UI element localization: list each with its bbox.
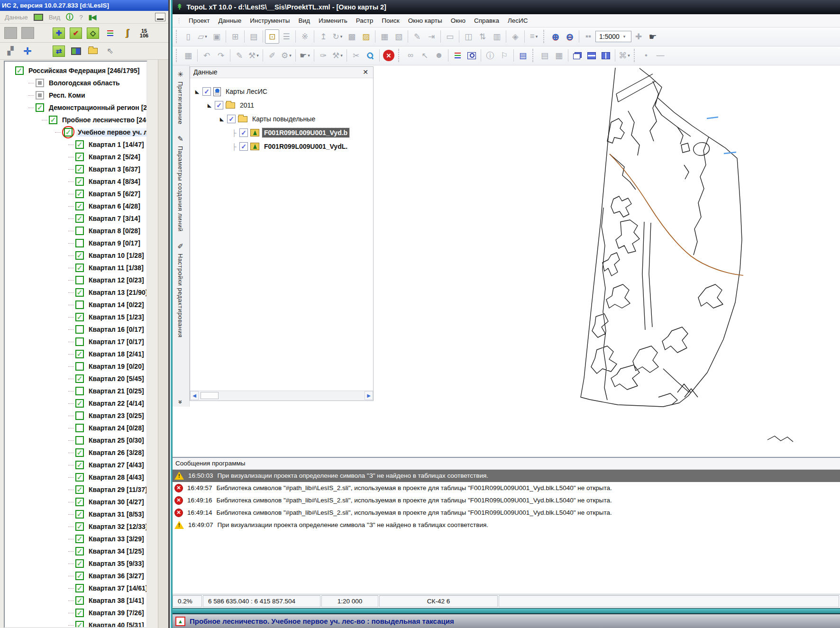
- cursor-icon[interactable]: ↖: [418, 48, 432, 63]
- side-tab[interactable]: ✐Настройки редактирования: [177, 242, 184, 337]
- side-tab[interactable]: ✳Притягивание: [177, 70, 184, 125]
- scale-dots-icon[interactable]: ▪▪: [581, 29, 595, 44]
- tree-item[interactable]: Квартал 8 [0/28]: [5, 225, 146, 237]
- folder-go-icon[interactable]: [85, 44, 100, 59]
- tree-label[interactable]: Квартал 30 [4/27]: [87, 498, 146, 506]
- grid-icon[interactable]: ▦: [377, 29, 392, 44]
- tree-checkbox[interactable]: [75, 337, 84, 346]
- layer-label[interactable]: 2011: [238, 100, 256, 110]
- tree-checkbox[interactable]: ✓: [64, 128, 73, 137]
- tree-item[interactable]: Квартал 16 [0/17]: [5, 323, 146, 336]
- snap-anchor-icon[interactable]: ✛: [20, 44, 35, 59]
- layer-checkbox[interactable]: ✓: [215, 101, 223, 109]
- layer-tree-item[interactable]: ◣✓Карты ЛесИС: [190, 85, 373, 99]
- page-go-icon[interactable]: ⇥: [424, 29, 438, 44]
- tree-label[interactable]: Вологодская область: [47, 79, 121, 87]
- tree-label[interactable]: Квартал 37 [14/61]: [87, 584, 146, 592]
- map-contour-icon[interactable]: ◇: [85, 26, 100, 41]
- scroll-right-icon[interactable]: ▶: [365, 391, 373, 400]
- tree-checkbox[interactable]: ✓: [75, 547, 84, 555]
- tree-checkbox[interactable]: ✓: [75, 473, 84, 482]
- tree-checkbox[interactable]: [75, 436, 84, 445]
- tree-checkbox[interactable]: [75, 239, 84, 247]
- tree-checkbox[interactable]: ✓: [75, 140, 84, 149]
- tree-label[interactable]: Квартал 6 [4/28]: [87, 202, 142, 210]
- tree-item[interactable]: ✓Квартал 6 [4/28]: [5, 200, 146, 212]
- zoom-in-icon[interactable]: ⊕: [548, 29, 563, 44]
- tree-checkbox[interactable]: ✓: [75, 596, 84, 605]
- tree-label[interactable]: Российская Федерация [246/1795]: [27, 66, 141, 75]
- tree-label[interactable]: Квартал 25 [0/30]: [87, 436, 146, 445]
- tree-label[interactable]: Квартал 12 [0/23]: [87, 276, 146, 284]
- info-icon[interactable]: ⓘ: [66, 12, 73, 22]
- tree-item[interactable]: ✓Квартал 31 [8/53]: [5, 508, 146, 520]
- tree-label[interactable]: Учебное первое уч. лес-: [76, 128, 146, 137]
- tree-item[interactable]: ✓Квартал 27 [4/43]: [5, 459, 146, 471]
- tree-label[interactable]: Квартал 24 [0/28]: [87, 424, 146, 432]
- tree-label[interactable]: Квартал 22 [4/14]: [87, 399, 146, 408]
- tree-checkbox[interactable]: [75, 387, 84, 395]
- tree-checkbox[interactable]: ✓: [75, 510, 84, 519]
- tree-item[interactable]: ✓Квартал 28 [4/43]: [5, 471, 146, 483]
- undo-icon[interactable]: ↶: [200, 48, 214, 63]
- menu-растр[interactable]: Растр: [352, 15, 378, 26]
- tree-checkbox[interactable]: ✓: [75, 350, 84, 358]
- tree-checkbox[interactable]: ✓: [75, 584, 84, 592]
- tree-label[interactable]: Квартал 8 [0/28]: [87, 227, 142, 235]
- tree-import-icon[interactable]: ※: [298, 29, 312, 44]
- side-tab[interactable]: ✎Параметры создания линий: [177, 135, 184, 232]
- tree-item[interactable]: Квартал 17 [0/17]: [5, 336, 146, 348]
- print-icon[interactable]: ▤: [247, 29, 261, 44]
- tree-label[interactable]: Квартал 13 [21/90]: [87, 288, 146, 297]
- tree-item[interactable]: ✓Учебное первое уч. лес-: [5, 126, 146, 138]
- menu-инструменты[interactable]: Инструменты: [246, 15, 294, 26]
- rewind-icon[interactable]: ▮◀: [89, 13, 95, 21]
- symbols-window-icon[interactable]: ◈: [508, 29, 522, 44]
- tree-item[interactable]: ✓Квартал 38 [1/41]: [5, 594, 146, 607]
- folder-closed-icon[interactable]: ▭: [443, 29, 457, 44]
- tree-label[interactable]: Квартал 23 [0/25]: [87, 411, 146, 420]
- tree-item[interactable]: ✓Квартал 22 [4/14]: [5, 397, 146, 410]
- tree-item[interactable]: Квартал 25 [0/30]: [5, 434, 146, 446]
- tree-checkbox[interactable]: ✓: [75, 559, 84, 568]
- tree-item[interactable]: Вологодская область: [5, 77, 146, 89]
- tree-checkbox[interactable]: [75, 300, 84, 309]
- redo-icon[interactable]: ↷: [214, 48, 228, 63]
- tree-label[interactable]: Квартал 15 [1/23]: [87, 313, 146, 321]
- tree-item[interactable]: Квартал 23 [0/25]: [5, 410, 146, 422]
- tree-checkbox[interactable]: ✓: [75, 522, 84, 531]
- tree-checkbox[interactable]: ✓: [75, 190, 84, 198]
- pan-plus-icon[interactable]: ✚: [631, 29, 646, 44]
- tree-item[interactable]: ✓Квартал 4 [8/34]: [5, 175, 146, 188]
- tree-checkbox[interactable]: ✓: [75, 214, 84, 223]
- tree-checkbox[interactable]: ✓: [75, 202, 84, 210]
- tree-checkbox[interactable]: ✓: [75, 374, 84, 383]
- tree-checkbox[interactable]: ✓: [75, 609, 84, 617]
- menu-поиск[interactable]: Поиск: [377, 15, 403, 26]
- tree-label[interactable]: Квартал 28 [4/43]: [87, 473, 146, 482]
- tree-item[interactable]: Квартал 24 [0/28]: [5, 422, 146, 434]
- tree-label[interactable]: Квартал 32 [12/33]: [87, 522, 146, 531]
- palette-folder-icon[interactable]: ▨: [359, 29, 373, 44]
- menu-окно[interactable]: Окно: [447, 15, 470, 26]
- tree-label[interactable]: Квартал 18 [2/41]: [87, 350, 146, 358]
- help-icon[interactable]: ?: [77, 13, 85, 22]
- zoom-out-icon[interactable]: ⊖: [563, 29, 577, 44]
- menu-данные[interactable]: Данные: [214, 15, 246, 26]
- message-row[interactable]: ✕16:49:14Библиотека символов "#path_lib#…: [172, 507, 840, 519]
- tree-item[interactable]: ✓Квартал 20 [5/45]: [5, 373, 146, 385]
- person-info-icon[interactable]: ⚐: [497, 48, 511, 63]
- scissors-icon[interactable]: ✂: [349, 48, 363, 63]
- select-hand-icon[interactable]: ☛▾: [298, 48, 312, 63]
- tree-checkbox[interactable]: ✓: [15, 66, 24, 75]
- tree-checkbox[interactable]: ✓: [75, 461, 84, 469]
- tree-checkbox[interactable]: [75, 411, 84, 420]
- message-row[interactable]: ✕16:49:16Библиотека символов "#path_lib#…: [172, 494, 840, 507]
- tree-item[interactable]: ✓Квартал 18 [2/41]: [5, 348, 146, 360]
- scroll-left-icon[interactable]: ◀: [190, 391, 199, 400]
- tree-checkbox[interactable]: ✓: [75, 535, 84, 543]
- horizontal-scrollbar[interactable]: ◀ ▶: [190, 391, 373, 400]
- scroll-thumb[interactable]: [201, 392, 219, 399]
- tree-label[interactable]: Квартал 38 [1/41]: [87, 596, 146, 605]
- tree-item[interactable]: ✓Квартал 26 [3/28]: [5, 446, 146, 459]
